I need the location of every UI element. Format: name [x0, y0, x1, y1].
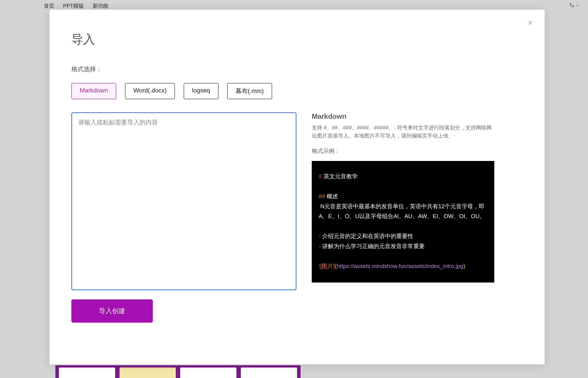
help-title: Markdown	[312, 112, 493, 121]
nav-home[interactable]: 首页	[44, 2, 54, 9]
example-label: 格式示例：	[312, 147, 493, 155]
bg-slide	[59, 367, 115, 378]
bg-slide	[119, 367, 176, 378]
code-paren-close: )	[463, 263, 465, 269]
tab-markdown[interactable]: Markdown	[71, 83, 116, 99]
format-example-code: # 英文元音教学 ## 概述 N元音是英语中最基本的发音单位，英语中共有12个元…	[312, 161, 494, 283]
nav-templates[interactable]: PPT模版	[63, 2, 84, 9]
close-icon[interactable]	[527, 20, 533, 26]
code-img-url: https://assets.mindshow.fun/assets/index…	[337, 263, 463, 269]
tab-mubu[interactable]: 幕布(.mm)	[227, 83, 272, 99]
import-textarea[interactable]	[71, 112, 296, 290]
bg-slide	[180, 367, 236, 378]
code-h2-marker: ##	[319, 193, 327, 200]
bg-slide	[241, 367, 297, 378]
code-img-text: [图片]	[320, 263, 335, 269]
code-h1-text: 英文元音教学	[324, 173, 358, 180]
modal-title: 导入	[71, 31, 523, 48]
code-h2-text: 概述	[327, 193, 338, 200]
tab-word[interactable]: Word(.docx)	[125, 83, 175, 99]
translate-icon	[569, 3, 575, 8]
code-h1-marker: #	[319, 173, 324, 180]
code-bullet-1: 介绍元音的定义和在英语中的重要性	[322, 233, 413, 239]
language-switch[interactable]	[569, 3, 579, 8]
code-dash: -	[319, 243, 322, 249]
tab-logseq[interactable]: logseq	[184, 83, 219, 99]
code-body: N元音是英语中最基本的发音单位，英语中共有12个元音字母，即A、E、I、O、U以…	[319, 203, 485, 220]
nav-new[interactable]: 新功能	[92, 2, 108, 9]
import-modal: 导入 格式选择： Markdown Word(.docx) logseq 幕布(…	[50, 10, 545, 364]
format-label: 格式选择：	[71, 65, 523, 73]
code-dash: -	[319, 233, 322, 239]
help-description: 支持 #、##、###、####、#####、- 符号来对文字进行段落划分，支持…	[312, 123, 493, 140]
background-slides	[55, 365, 301, 378]
code-bullet-2: 讲解为什么学习正确的元音发音非常重要	[322, 243, 425, 249]
format-tabs: Markdown Word(.docx) logseq 幕布(.mm)	[71, 83, 523, 99]
import-create-button[interactable]: 导入创建	[71, 299, 153, 323]
chevron-down-icon	[576, 4, 579, 7]
